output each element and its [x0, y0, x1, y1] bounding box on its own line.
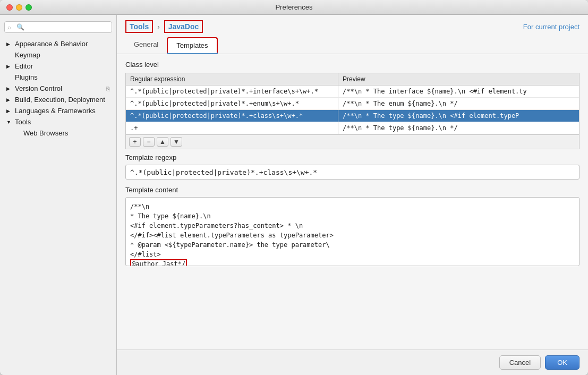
col-header-regex: Regular expression: [126, 73, 338, 85]
table-header: Regular expression Preview: [126, 73, 579, 86]
sidebar-item-label: Appearance & Behavior: [15, 40, 88, 48]
maximize-button[interactable]: [25, 4, 32, 11]
class-level-table: Regular expression Preview ^.*(public|pr…: [125, 73, 580, 149]
expand-arrow-icon: ▼: [6, 120, 13, 125]
sidebar-item-label: Web Browsers: [23, 129, 68, 137]
search-bar: ⌕: [0, 18, 116, 36]
template-regexp-input[interactable]: [125, 165, 580, 180]
sidebar-item-label: Version Control: [15, 84, 62, 92]
expand-arrow-icon: ▶: [6, 41, 13, 47]
sidebar-item-keymap[interactable]: Keymap: [0, 49, 116, 61]
tab-general-label: General: [134, 40, 158, 48]
sidebar: ⌕ ▶ Appearance & Behavior Keymap ▶ Edito…: [0, 15, 117, 375]
template-regexp-label: Template regexp: [125, 154, 580, 161]
add-row-button[interactable]: +: [129, 137, 141, 147]
template-content-line4: </#if><#list element.typeParameters as t…: [130, 231, 575, 240]
tab-templates-label: Templates: [176, 41, 208, 49]
tab-templates[interactable]: Templates: [167, 37, 217, 53]
table-row[interactable]: ^.*(public|protected|private)*.+class\s+…: [126, 110, 579, 122]
close-button[interactable]: [6, 4, 13, 11]
sidebar-item-label: Plugins: [15, 73, 38, 81]
template-content-line2: * The type ${name}.\n: [130, 211, 575, 221]
expand-arrow-icon: ▶: [6, 97, 13, 103]
sidebar-item-label: Editor: [15, 62, 33, 70]
traffic-lights: [6, 4, 32, 11]
breadcrumb-javadoc-link[interactable]: JavaDoc: [164, 20, 203, 33]
move-up-button[interactable]: ▲: [157, 137, 168, 147]
minimize-button[interactable]: [16, 4, 22, 11]
sidebar-item-appearance[interactable]: ▶ Appearance & Behavior: [0, 38, 116, 49]
main-content: ⌕ ▶ Appearance & Behavior Keymap ▶ Edito…: [0, 15, 588, 375]
cell-preview: /**\n * The enum ${name}.\n */: [338, 98, 579, 109]
sidebar-item-web-browsers[interactable]: Web Browsers: [0, 127, 116, 139]
sidebar-item-label: Keymap: [15, 51, 40, 59]
right-panel: Tools › JavaDoc For current project Gene…: [117, 15, 588, 375]
cell-preview: /**\n * The interface ${name}.\n <#if el…: [338, 86, 579, 97]
cell-regex: ^.*(public|protected|private)*.+interfac…: [126, 86, 338, 97]
ok-button[interactable]: OK: [545, 355, 580, 370]
cell-regex: ^.*(public|protected|private)*.+class\s+…: [126, 110, 338, 122]
template-content-line1: /**\n: [130, 202, 575, 211]
template-content-line6: </#list>: [130, 250, 575, 259]
sidebar-item-tools[interactable]: ▼ Tools: [0, 116, 116, 127]
template-content-line5: * @param <${typeParameter.name}> the typ…: [130, 240, 575, 250]
cell-regex: ^.*(public|protected|private)*.+enum\s+\…: [126, 98, 338, 109]
breadcrumb: Tools › JavaDoc For current project: [125, 20, 580, 33]
window-title: Preferences: [275, 3, 312, 11]
move-down-button[interactable]: ▼: [171, 137, 182, 147]
table-row[interactable]: .+ /**\n * The type ${name}.\n */: [126, 122, 579, 134]
cell-regex: .+: [126, 122, 338, 134]
sidebar-item-editor[interactable]: ▶ Editor: [0, 61, 116, 72]
search-icon: ⌕: [7, 24, 11, 30]
tabs-row: General Templates: [125, 37, 580, 54]
expand-arrow-icon: ▶: [6, 86, 13, 91]
table-toolbar: + − ▲ ▼: [126, 134, 579, 149]
title-bar: Preferences: [0, 0, 588, 15]
panel-body: Class level Regular expression Preview ^…: [117, 54, 588, 350]
template-content-label: Template content: [125, 186, 580, 194]
expand-arrow-icon: ▶: [6, 64, 13, 69]
class-level-label: Class level: [125, 61, 580, 69]
search-input[interactable]: [4, 21, 112, 33]
highlighted-text: @author Jast*/: [130, 259, 187, 266]
tab-general[interactable]: General: [125, 37, 167, 54]
table-row[interactable]: ^.*(public|protected|private)*.+enum\s+\…: [126, 98, 579, 110]
sidebar-item-build[interactable]: ▶ Build, Execution, Deployment: [0, 94, 116, 105]
cancel-button[interactable]: Cancel: [499, 355, 541, 370]
sidebar-item-label: Tools: [15, 118, 31, 126]
sidebar-item-plugins[interactable]: Plugins: [0, 72, 116, 83]
sidebar-item-label: Build, Execution, Deployment: [15, 96, 105, 104]
footer-buttons: Cancel OK: [117, 350, 588, 375]
version-control-icon: ⎘: [106, 86, 110, 92]
remove-row-button[interactable]: −: [143, 137, 155, 147]
template-content-line3: <#if element.typeParameters?has_content>…: [130, 221, 575, 231]
breadcrumb-arrow-icon: ›: [157, 23, 159, 31]
panel-header: Tools › JavaDoc For current project Gene…: [117, 15, 588, 54]
table-row[interactable]: ^.*(public|protected|private)*.+interfac…: [126, 86, 579, 98]
sidebar-item-label: Languages & Frameworks: [15, 107, 96, 115]
col-header-preview: Preview: [338, 73, 579, 85]
tab-templates-wrapper: Templates: [167, 37, 217, 54]
sidebar-item-version-control[interactable]: ▶ Version Control ⎘: [0, 83, 116, 94]
search-wrap: ⌕: [4, 21, 112, 33]
expand-arrow-icon: ▶: [6, 108, 13, 114]
breadcrumb-tools-link[interactable]: Tools: [125, 20, 153, 33]
template-content-highlighted: @author Jast*/: [130, 259, 575, 266]
cell-preview: /**\n * The type ${name}.\n <#if element…: [338, 110, 579, 122]
project-link[interactable]: For current project: [523, 23, 580, 31]
sidebar-item-languages[interactable]: ▶ Languages & Frameworks: [0, 105, 116, 116]
preferences-window: Preferences ⌕ ▶ Appearance & Behavior Ke…: [0, 0, 588, 375]
cell-preview: /**\n * The type ${name}.\n */: [338, 122, 579, 134]
template-content-area[interactable]: /**\n * The type ${name}.\n <#if element…: [125, 197, 580, 266]
